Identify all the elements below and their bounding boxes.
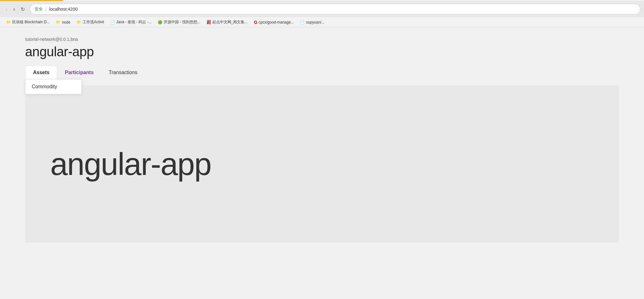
browser-chrome: ‹ › ↻ 安全 | localhost:4200 📁 区块链 Blockcha… bbox=[0, 0, 644, 27]
bookmarks-bar: 📁 区块链 Blockchain D... 📁 node 📁 工作流Activi… bbox=[0, 17, 644, 27]
refresh-button[interactable]: ↻ bbox=[19, 6, 27, 13]
address-divider: | bbox=[45, 6, 47, 13]
bookmark-label-2: node bbox=[62, 20, 70, 24]
nav-buttons: ‹ › ↻ bbox=[4, 5, 27, 13]
bookmark-doc-icon: 📄 bbox=[110, 20, 115, 24]
security-indicator: 安全 bbox=[35, 6, 43, 12]
bookmark-doc-icon-2: 📄 bbox=[300, 20, 305, 24]
bookmark-g-icon: G bbox=[254, 20, 257, 25]
bookmark-blockchain[interactable]: 📁 区块链 Blockchain D... bbox=[4, 19, 52, 25]
bookmark-label-4: Java - 发现 - 码云 -... bbox=[116, 19, 151, 25]
tabs-bar: Assets Participants Transactions bbox=[25, 66, 619, 79]
bookmark-cpcx[interactable]: G cpcx/good-manage... bbox=[251, 19, 296, 25]
app-title: angular-app bbox=[25, 44, 619, 59]
app-subtitle: tutorial-network@0.0.1.bna bbox=[25, 37, 619, 42]
page-header: tutorial-network@0.0.1.bna angular-app bbox=[0, 27, 644, 66]
bookmark-folder-icon: 📁 bbox=[6, 20, 11, 24]
tab-assets[interactable]: Assets bbox=[25, 66, 57, 79]
bookmark-qidian[interactable]: 起 起点中文网_阅文集... bbox=[204, 19, 250, 26]
tab-participants[interactable]: Participants bbox=[57, 66, 101, 79]
address-url: localhost:4200 bbox=[49, 7, 636, 12]
bookmark-supyuan[interactable]: 📄 supyuan/... bbox=[297, 19, 327, 25]
bookmark-java[interactable]: 📄 Java - 发现 - 码云 -... bbox=[108, 19, 154, 25]
tabs-container: Assets Participants Transactions bbox=[0, 66, 644, 79]
page-content: tutorial-network@0.0.1.bna angular-app A… bbox=[0, 27, 644, 297]
browser-toolbar: ‹ › ↻ 安全 | localhost:4200 bbox=[0, 1, 644, 17]
assets-dropdown-menu: Commodity bbox=[25, 79, 82, 94]
bookmark-folder-icon-2: 📁 bbox=[56, 20, 61, 24]
bookmark-label-5: 开源中国 - 找到您想... bbox=[164, 19, 200, 25]
main-content-area: angular-app bbox=[25, 85, 619, 242]
tab-transactions[interactable]: Transactions bbox=[101, 66, 145, 79]
bookmark-oschina[interactable]: 🟢 开源中国 - 找到您想... bbox=[155, 19, 203, 25]
bookmark-label-7: cpcx/good-manage... bbox=[259, 20, 294, 24]
back-button[interactable]: ‹ bbox=[4, 5, 9, 13]
bookmark-red-icon: 起 bbox=[207, 19, 211, 25]
bookmark-label-8: supyuan/... bbox=[306, 20, 325, 24]
bookmark-folder-icon-3: 📁 bbox=[77, 20, 81, 24]
hero-app-title: angular-app bbox=[50, 146, 211, 182]
bookmark-green-icon: 🟢 bbox=[158, 20, 162, 24]
bookmark-node[interactable]: 📁 node bbox=[53, 19, 73, 25]
bookmark-activit[interactable]: 📁 工作流Activit bbox=[74, 19, 106, 25]
bookmark-label-3: 工作流Activit bbox=[83, 19, 104, 25]
address-bar[interactable]: 安全 | localhost:4200 bbox=[30, 4, 640, 14]
bookmark-label-6: 起点中文网_阅文集... bbox=[212, 19, 248, 25]
dropdown-item-commodity[interactable]: Commodity bbox=[25, 79, 81, 94]
forward-button[interactable]: › bbox=[11, 5, 17, 13]
bookmark-label: 区块链 Blockchain D... bbox=[12, 19, 50, 25]
